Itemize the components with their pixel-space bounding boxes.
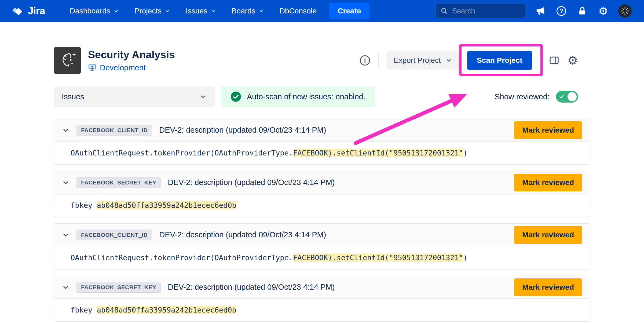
chevron-down-icon xyxy=(114,8,119,14)
mark-reviewed-button[interactable]: Mark reviewed xyxy=(514,174,582,191)
finding-type-badge: FACEBOOK_CLIENT_ID xyxy=(76,230,152,240)
show-reviewed-toggle[interactable] xyxy=(556,91,578,103)
help-icon[interactable]: ? xyxy=(555,5,567,17)
page-settings-gear-icon[interactable]: ⚙ xyxy=(568,55,578,66)
scan-project-wrapper: Scan Project xyxy=(467,51,532,70)
collapse-chevron-icon[interactable] xyxy=(62,126,69,134)
divider xyxy=(540,53,541,67)
autoscan-text: Auto-scan of new issues: enabled. xyxy=(247,92,365,101)
autoscan-banner: Auto-scan of new issues: enabled. xyxy=(221,86,375,107)
issue-title: DEV-2: description (updated 09/Oct/23 4:… xyxy=(168,178,335,187)
issue-title: DEV-2: description (updated 09/Oct/23 4:… xyxy=(159,230,326,239)
nav-label: Issues xyxy=(186,7,207,15)
navbar-right: ? ⚙ xyxy=(436,4,632,18)
nav-label: Boards xyxy=(232,7,255,15)
code-segment: fbkey xyxy=(71,201,97,209)
issue-card: FACEBOOK_CLIENT_ID DEV-2: description (u… xyxy=(54,223,590,269)
code-segment: fbkey xyxy=(71,306,97,314)
project-avatar xyxy=(54,47,81,74)
issue-card: FACEBOOK_SECRET_KEY DEV-2: description (… xyxy=(54,276,590,322)
chevron-down-icon xyxy=(200,93,207,100)
nav-label: Projects xyxy=(134,7,162,15)
issue-card-body: fbkey ab048ad50ffa33959a242b1ecec6ed0b xyxy=(54,299,590,321)
collapse-chevron-icon[interactable] xyxy=(62,179,69,186)
chevron-down-icon xyxy=(259,8,264,14)
announcement-icon[interactable] xyxy=(535,5,546,17)
view-selector-dropdown[interactable]: Issues xyxy=(54,86,215,107)
code-snippet: fbkey ab048ad50ffa33959a242b1ecec6ed0b xyxy=(71,306,236,314)
issue-card-body: OAuthClientRequest.tokenProvider(OAuthPr… xyxy=(54,141,590,164)
export-project-button[interactable]: Export Project xyxy=(387,51,459,70)
project-line: Development xyxy=(88,63,175,72)
nav-dashboards[interactable]: Dashboards xyxy=(70,7,119,15)
user-avatar[interactable] xyxy=(618,4,632,18)
project-link[interactable]: Development xyxy=(100,63,146,72)
search-input[interactable] xyxy=(452,7,521,15)
show-reviewed-label: Show reviewed: xyxy=(495,92,550,101)
issue-card-header: FACEBOOK_CLIENT_ID DEV-2: description (u… xyxy=(54,224,590,246)
code-segment: ) xyxy=(463,253,467,262)
code-segment: ) xyxy=(463,149,467,157)
project-icon xyxy=(88,63,97,72)
issue-card-body: fbkey ab048ad50ffa33959a242b1ecec6ed0b xyxy=(54,194,590,217)
chevron-down-icon xyxy=(211,8,216,14)
nav-projects[interactable]: Projects xyxy=(134,7,170,15)
scan-project-button[interactable]: Scan Project xyxy=(467,51,532,70)
jira-logo[interactable]: Jira xyxy=(12,5,45,17)
issue-card: FACEBOOK_SECRET_KEY DEV-2: description (… xyxy=(54,171,590,217)
detail-panel-icon[interactable] xyxy=(549,55,559,66)
code-snippet: fbkey ab048ad50ffa33959a242b1ecec6ed0b xyxy=(71,201,236,209)
nav-label: DbConsole xyxy=(280,7,317,15)
code-snippet: OAuthClientRequest.tokenProvider(OAuthPr… xyxy=(71,253,467,262)
search-icon xyxy=(440,7,448,15)
code-segment: OAuthClientRequest.tokenProvider(OAuthPr… xyxy=(71,149,293,157)
code-highlighted-segment: FACEBOOK).setClientId("950513172001321" xyxy=(293,149,463,157)
issue-title: DEV-2: description (updated 09/Oct/23 4:… xyxy=(168,283,335,292)
lock-icon[interactable] xyxy=(576,5,588,17)
finding-type-badge: FACEBOOK_SECRET_KEY xyxy=(76,177,161,188)
finding-type-badge: FACEBOOK_SECRET_KEY xyxy=(76,282,161,293)
page-content: Security Analysis Development i Export P… xyxy=(0,22,644,322)
divider xyxy=(378,53,379,67)
chevron-down-icon xyxy=(165,8,170,14)
code-segment: OAuthClientRequest.tokenProvider(OAuthPr… xyxy=(71,253,293,262)
info-icon[interactable]: i xyxy=(360,55,370,66)
collapse-chevron-icon[interactable] xyxy=(62,284,69,291)
issue-card-header: FACEBOOK_SECRET_KEY DEV-2: description (… xyxy=(54,276,590,299)
nav-issues[interactable]: Issues xyxy=(186,7,216,15)
header-actions: i Export Project Scan Project ⚙ xyxy=(360,51,578,70)
nav-dbconsole[interactable]: DbConsole xyxy=(280,7,317,15)
issue-title: DEV-2: description (updated 09/Oct/23 4:… xyxy=(159,126,326,135)
mark-reviewed-button[interactable]: Mark reviewed xyxy=(514,226,582,244)
mark-reviewed-button[interactable]: Mark reviewed xyxy=(514,278,582,296)
nav-boards[interactable]: Boards xyxy=(232,7,264,15)
jira-logo-icon xyxy=(12,5,25,17)
nav-label: Dashboards xyxy=(70,7,110,15)
title-block: Security Analysis Development xyxy=(88,49,175,72)
chevron-down-icon xyxy=(446,57,452,64)
top-navbar: Jira Dashboards Projects Issues Boards D… xyxy=(0,0,644,22)
issue-card-body: OAuthClientRequest.tokenProvider(OAuthPr… xyxy=(54,246,590,269)
issue-card-header: FACEBOOK_CLIENT_ID DEV-2: description (u… xyxy=(54,119,590,141)
issue-card-list: FACEBOOK_CLIENT_ID DEV-2: description (u… xyxy=(54,119,590,322)
code-snippet: OAuthClientRequest.tokenProvider(OAuthPr… xyxy=(71,149,467,157)
code-highlighted-segment: FACEBOOK).setClientId("950513172001321" xyxy=(293,253,463,262)
issue-card: FACEBOOK_CLIENT_ID DEV-2: description (u… xyxy=(54,119,590,165)
brand-name: Jira xyxy=(28,5,45,17)
code-highlighted-segment: ab048ad50ffa33959a242b1ecec6ed0b xyxy=(97,306,236,314)
page-header: Security Analysis Development i Export P… xyxy=(54,47,590,74)
finding-type-badge: FACEBOOK_CLIENT_ID xyxy=(76,125,152,136)
export-label: Export Project xyxy=(394,56,441,65)
show-reviewed-control: Show reviewed: xyxy=(495,91,578,103)
toggle-knob xyxy=(568,92,577,101)
main-nav: Dashboards Projects Issues Boards DbCons… xyxy=(70,7,317,15)
search-box[interactable] xyxy=(436,4,525,18)
check-circle-icon xyxy=(231,92,241,102)
mark-reviewed-button[interactable]: Mark reviewed xyxy=(514,121,582,139)
page-title: Security Analysis xyxy=(88,49,175,61)
filter-row: Issues Auto-scan of new issues: enabled.… xyxy=(54,86,590,107)
collapse-chevron-icon[interactable] xyxy=(62,231,69,239)
create-button[interactable]: Create xyxy=(329,3,369,19)
code-highlighted-segment: ab048ad50ffa33959a242b1ecec6ed0b xyxy=(97,201,236,209)
settings-gear-icon[interactable]: ⚙ xyxy=(597,5,609,17)
